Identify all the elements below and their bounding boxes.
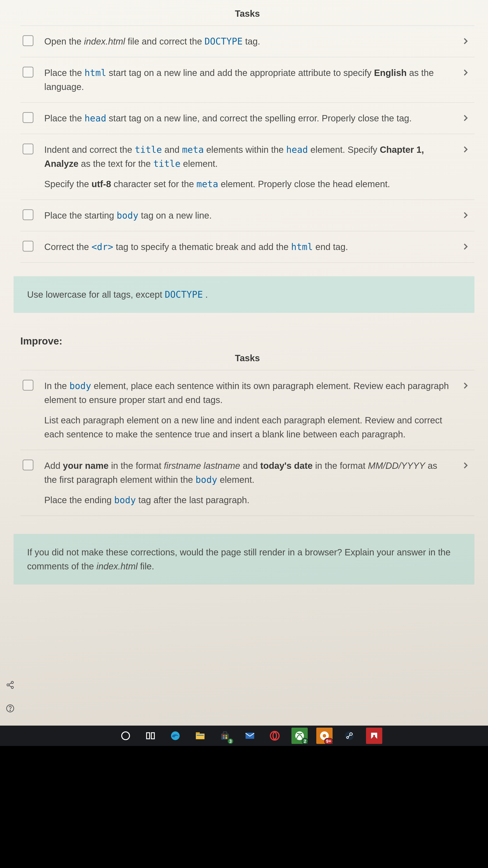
groove-icon[interactable]: 9+ [316, 727, 332, 744]
chevron-right-icon[interactable] [461, 114, 470, 123]
task-checkbox[interactable] [23, 144, 33, 154]
task-checkbox[interactable] [23, 241, 33, 252]
svg-rect-14 [197, 735, 204, 736]
task-row[interactable]: Place the head start tag on a new line, … [20, 102, 475, 134]
microsoft-store-icon[interactable]: 3 [217, 727, 233, 744]
svg-rect-12 [196, 734, 204, 739]
taskbar-badge: 9+ [324, 738, 333, 744]
opera-icon[interactable] [267, 727, 283, 744]
svg-point-8 [122, 732, 130, 740]
chevron-right-icon[interactable] [461, 145, 470, 154]
task-text: Place the html start tag on a new line a… [44, 66, 450, 94]
file-explorer-icon[interactable] [192, 727, 208, 744]
task-checkbox[interactable] [23, 67, 33, 78]
steam-icon[interactable] [341, 727, 357, 744]
svg-point-23 [273, 733, 276, 739]
task-checkbox[interactable] [23, 460, 33, 470]
task-row[interactable]: Indent and correct the title and meta el… [20, 134, 475, 199]
chevron-right-icon[interactable] [461, 211, 470, 220]
hint-note-1: Use lowercase for all tags, except DOCTY… [13, 276, 475, 313]
app-screen: Tasks Open the index.html file and corre… [0, 0, 488, 746]
svg-rect-17 [223, 735, 225, 737]
task-checkbox[interactable] [23, 380, 33, 391]
chevron-right-icon[interactable] [461, 68, 470, 77]
section-improve-label: Improve: [20, 327, 475, 349]
task-text: Correct the <dr> tag to specify a themat… [44, 240, 450, 254]
svg-marker-31 [371, 733, 377, 739]
svg-point-2 [11, 686, 13, 688]
svg-rect-13 [196, 733, 200, 734]
svg-line-3 [9, 683, 11, 684]
chevron-right-icon[interactable] [461, 461, 470, 470]
svg-rect-19 [223, 737, 225, 739]
main-content: Tasks Open the index.html file and corre… [20, 0, 488, 746]
svg-point-6 [10, 710, 11, 711]
svg-rect-20 [225, 737, 227, 739]
task-row[interactable]: In the body element, place each sentence… [20, 370, 475, 450]
tasks-header-2: Tasks [20, 349, 475, 370]
task-checkbox[interactable] [23, 35, 33, 46]
chevron-right-icon[interactable] [461, 242, 470, 251]
svg-line-4 [9, 685, 11, 687]
taskbar-badge: 2 [302, 738, 308, 744]
windows-taskbar[interactable]: 329+ [0, 725, 488, 746]
side-rail [0, 0, 20, 746]
tasks-header-1: Tasks [20, 4, 475, 26]
chevron-right-icon[interactable] [461, 37, 470, 46]
svg-rect-9 [147, 733, 150, 739]
svg-rect-15 [221, 734, 229, 740]
task-checkbox[interactable] [23, 209, 33, 220]
task-text: Open the index.html file and correct the… [44, 34, 450, 49]
task-view-icon[interactable] [142, 727, 159, 744]
xbox-icon[interactable]: 2 [291, 727, 308, 744]
cortana-icon[interactable] [118, 727, 134, 744]
task-text: In the body element, place each sentence… [44, 379, 450, 441]
help-icon[interactable] [5, 704, 15, 713]
task-row[interactable]: Correct the <dr> tag to specify a themat… [20, 231, 475, 263]
share-icon[interactable] [5, 680, 15, 690]
task-text: Add your name in the format firstname la… [44, 459, 450, 507]
svg-rect-18 [225, 735, 227, 737]
task-row[interactable]: Open the index.html file and correct the… [20, 26, 475, 57]
task-text: Place the head start tag on a new line, … [44, 111, 450, 125]
task-row[interactable]: Place the starting body tag on a new lin… [20, 199, 475, 231]
svg-rect-16 [223, 732, 227, 734]
task-text: Indent and correct the title and meta el… [44, 143, 450, 191]
task-row[interactable]: Add your name in the format firstname la… [20, 450, 475, 516]
svg-point-1 [7, 684, 9, 686]
svg-point-0 [11, 681, 13, 684]
chevron-right-icon[interactable] [461, 381, 470, 390]
edge-icon[interactable] [167, 727, 184, 744]
task-row[interactable]: Place the html start tag on a new line a… [20, 57, 475, 102]
amd-icon[interactable] [366, 727, 382, 744]
task-checkbox[interactable] [23, 112, 33, 123]
mail-icon[interactable] [242, 727, 258, 744]
svg-rect-10 [151, 733, 154, 739]
taskbar-badge: 3 [227, 738, 234, 744]
hint-note-2: If you did not make these corrections, w… [13, 534, 475, 585]
svg-point-26 [323, 734, 326, 737]
svg-rect-21 [246, 733, 254, 739]
task-text: Place the starting body tag on a new lin… [44, 209, 450, 222]
